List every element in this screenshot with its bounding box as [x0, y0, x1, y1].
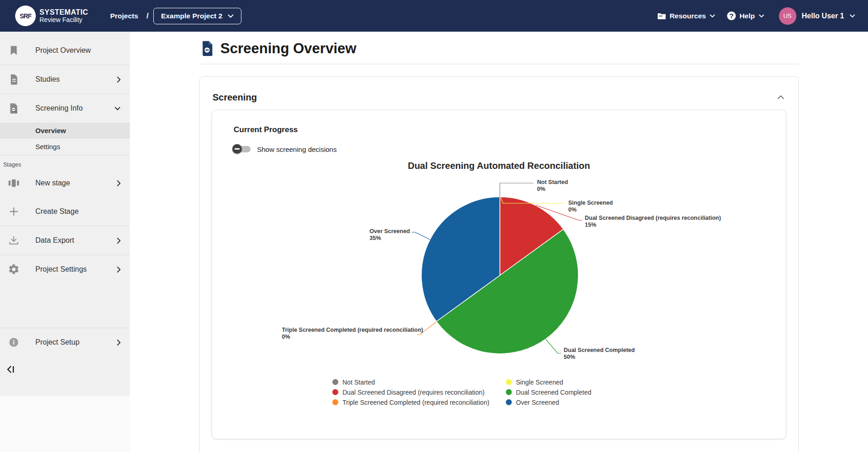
chevron-right-icon [117, 237, 121, 244]
chevron-down-icon [114, 106, 121, 111]
screening-overview-icon [199, 40, 216, 57]
sidebar-item-project-overview[interactable]: Project Overview [0, 36, 130, 65]
logo-monogram: SRF [20, 12, 31, 20]
chevron-down-icon [710, 14, 715, 17]
chevron-right-icon [117, 76, 121, 83]
plus-icon [8, 206, 20, 218]
avatar: US [779, 7, 796, 25]
pie-slice-3 [437, 229, 578, 353]
callout-triple-screened: Triple Screened Completed (required reco… [282, 327, 423, 340]
sidebar-rail: Project Overview Studies Screening Info … [0, 32, 130, 452]
user-menu[interactable]: US Hello User 1 [773, 7, 855, 25]
minus-icon [235, 148, 240, 150]
chevron-right-icon [117, 339, 121, 346]
sidebar-collapse-button[interactable] [6, 364, 17, 376]
page-title: Screening Overview [220, 40, 356, 57]
bookmark-icon [8, 45, 20, 56]
sidebar-item-label: New stage [35, 179, 70, 187]
screening-info-icon [8, 102, 20, 114]
chevron-up-icon [777, 95, 784, 100]
panel-title: Screening [213, 92, 257, 103]
callout-single-screened: Single Screened0% [568, 200, 613, 213]
pie-slice-5 [421, 197, 500, 322]
breadcrumb-separator: / [146, 11, 149, 21]
main-content: Screening Overview Screening Current Pro… [130, 32, 868, 452]
sidebar-subitem-label: Settings [35, 143, 60, 151]
leader-line-not-started [500, 183, 533, 197]
progress-heading: Current Progress [234, 125, 298, 134]
help-menu[interactable]: ? Help [723, 9, 768, 23]
legend-item: Dual Screened Completed [506, 389, 591, 396]
collapse-sidebar-icon [6, 364, 17, 375]
sidebar-item-label: Data Export [35, 236, 74, 245]
pie-slice-2 [500, 197, 563, 275]
sidebar: Project Overview Studies Screening Info … [0, 32, 130, 396]
chart-legend-column-2: Single Screened Dual Screened Completed … [506, 379, 591, 409]
user-greeting: Hello User 1 [802, 12, 844, 20]
callout-dual-disagreed: Dual Screened Disagreed (requires reconc… [585, 215, 721, 229]
sidebar-subitem-overview[interactable]: Overview [0, 123, 130, 139]
sidebar-spacer [0, 284, 130, 328]
sidebar-item-label: Project Setup [35, 338, 79, 346]
sidebar-item-label: Project Overview [35, 46, 91, 55]
leader-line-single-screened [501, 198, 565, 203]
sidebar-subitem-label: Overview [35, 127, 66, 134]
help-icon: ? [727, 11, 736, 20]
leader-line-dual-completed [546, 339, 561, 353]
srf-logo-icon: SRF [15, 6, 36, 26]
sidebar-item-new-stage[interactable]: New stage [0, 169, 130, 197]
legend-item: Dual Screened Disagreed (requires reconc… [332, 389, 489, 396]
sidebar-section-stages: Stages [0, 155, 130, 169]
document-icon [8, 73, 20, 85]
pie-slices [421, 197, 578, 354]
info-icon [8, 336, 20, 348]
gear-icon [8, 263, 20, 275]
breadcrumb: Projects / [110, 11, 149, 21]
sidebar-item-create-stage[interactable]: Create Stage [0, 197, 130, 226]
sidebar-item-label: Create Stage [35, 207, 78, 216]
pie-chart [212, 110, 786, 439]
legend-item: Over Screened [506, 399, 591, 406]
sidebar-item-label: Screening Info [35, 104, 83, 112]
sidebar-item-data-export[interactable]: Data Export [0, 226, 130, 255]
legend-item: Triple Screened Completed (required reco… [332, 399, 489, 406]
chart-legend-column-1: Not Started Dual Screened Disagreed (req… [332, 379, 489, 409]
project-selector-button[interactable]: Example Project 2 [153, 8, 242, 24]
chevron-down-icon [228, 14, 234, 18]
sidebar-item-studies[interactable]: Studies [0, 65, 130, 94]
sidebar-item-label: Project Settings [35, 265, 87, 273]
sidebar-item-project-setup[interactable]: Project Setup [0, 328, 130, 357]
leader-line-over-screened [412, 232, 430, 240]
title-divider [199, 64, 799, 64]
callout-not-started: Not Started0% [537, 179, 568, 193]
toggle-thumb [232, 144, 242, 154]
breadcrumb-projects[interactable]: Projects [110, 12, 138, 20]
chevron-right-icon [117, 266, 121, 273]
callout-dual-completed: Dual Screened Completed50% [564, 347, 635, 361]
toggle-label: Show screening decisions [257, 145, 336, 153]
resources-label: Resources [670, 12, 706, 20]
avatar-initials: US [783, 12, 791, 19]
chevron-down-icon [850, 14, 855, 17]
brand-line2: Review Facility [39, 17, 88, 23]
legend-item: Not Started [332, 379, 489, 385]
sidebar-subitem-settings[interactable]: Settings [0, 139, 130, 155]
legend-item: Single Screened [506, 379, 591, 385]
show-decisions-toggle[interactable] [232, 144, 252, 154]
brand-line1: SYSTEMATIC [39, 8, 88, 17]
sidebar-item-screening-info[interactable]: Screening Info [0, 94, 130, 123]
sidebar-item-project-settings[interactable]: Project Settings [0, 255, 130, 284]
chevron-down-icon [759, 14, 764, 17]
resources-menu[interactable]: Resources [654, 9, 719, 23]
screening-panel: Screening Current Progress Show screenin… [199, 76, 799, 452]
panel-collapse-button[interactable] [777, 94, 784, 101]
project-selector-label: Example Project 2 [161, 12, 223, 20]
brand[interactable]: SRF SYSTEMATIC Review Facility [15, 6, 88, 26]
chart-title: Dual Screening Automated Reconciliation [212, 161, 786, 171]
callout-over-screened: Over Screened35% [370, 228, 410, 242]
help-label: Help [739, 12, 755, 20]
sidebar-item-label: Studies [35, 75, 60, 84]
download-icon [8, 234, 20, 246]
top-navbar: SRF SYSTEMATIC Review Facility Projects … [0, 0, 868, 32]
folder-icon [657, 12, 666, 20]
